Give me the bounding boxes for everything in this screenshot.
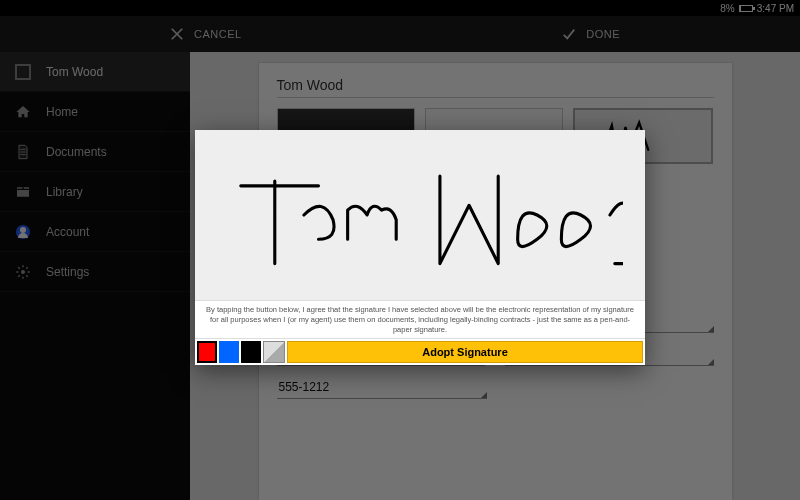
- eraser-tool[interactable]: [263, 341, 285, 363]
- screen: 8% 3:47 PM CANCEL DONE Tom Wood Home Doc…: [0, 0, 800, 500]
- color-swatch-blue[interactable]: [219, 341, 239, 363]
- signature-disclaimer: By tapping the button below, I agree tha…: [195, 300, 645, 339]
- drawn-signature: [218, 147, 623, 283]
- signature-modal: By tapping the button below, I agree tha…: [195, 130, 645, 365]
- signature-canvas[interactable]: [195, 130, 645, 300]
- adopt-signature-button[interactable]: Adopt Signature: [287, 341, 643, 363]
- color-swatch-black[interactable]: [241, 341, 261, 363]
- adopt-label: Adopt Signature: [422, 346, 508, 358]
- signature-toolbar: Adopt Signature: [195, 339, 645, 365]
- color-swatch-red[interactable]: [197, 341, 217, 363]
